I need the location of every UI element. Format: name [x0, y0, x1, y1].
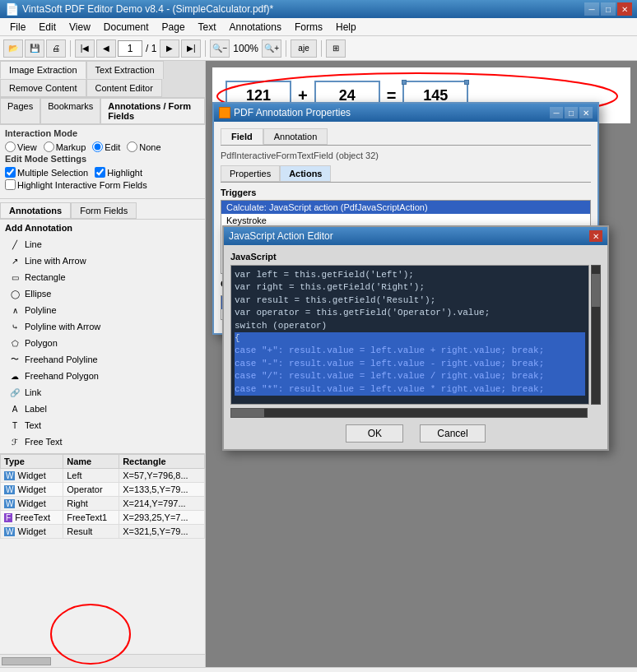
minimize-button[interactable]: ─	[584, 2, 599, 16]
inner-tab-actions[interactable]: Actions	[280, 165, 331, 182]
table-row[interactable]: W Widget Operator X=133,5,Y=79...	[1, 483, 205, 497]
ann-item-polyline[interactable]: ∧ Polyline	[5, 302, 200, 318]
toolbar-first-page-button[interactable]: |◀	[75, 39, 95, 58]
ann-item-rectangle[interactable]: ▭ Rectangle	[5, 269, 200, 285]
cell-rect: X=293,25,Y=7...	[119, 511, 205, 525]
table-row[interactable]: F FreeText FreeText1 X=293,25,Y=7...	[1, 511, 205, 525]
js-dialog-close-button[interactable]: ✕	[589, 230, 602, 242]
toolbar-zoom-in-button[interactable]: 🔍+	[262, 39, 281, 58]
scroll-thumb[interactable]	[2, 657, 51, 665]
ann-item-label[interactable]: A Label	[5, 401, 200, 417]
checkbox-highlight[interactable]: Highlight	[95, 167, 142, 178]
toolbar-print-button[interactable]: 🖨	[46, 39, 66, 58]
ann-props-minimize-button[interactable]: ─	[550, 107, 563, 118]
radio-view[interactable]: View	[5, 141, 37, 152]
interaction-mode-section: Interaction Mode View Markup Edit None E…	[0, 125, 205, 195]
menu-forms[interactable]: Forms	[288, 20, 329, 35]
titlebar-controls: ─ □ ✕	[584, 2, 632, 16]
ann-item-line-arrow[interactable]: ↗ Line with Arrow	[5, 253, 200, 269]
maximize-button[interactable]: □	[601, 2, 616, 16]
checkbox-multiple-selection[interactable]: Multiple Selection	[5, 167, 88, 178]
menu-file[interactable]: File	[3, 20, 32, 35]
page-total: / 1	[144, 43, 158, 54]
ann-item-free-text[interactable]: ℱ Free Text	[5, 433, 200, 450]
tab-image-extraction[interactable]: Image Extraction	[0, 61, 86, 79]
freehand-polyline-icon: 〜	[8, 353, 21, 366]
toolbar-text-button[interactable]: aje	[291, 39, 317, 58]
toolbar-prev-page-button[interactable]: ◀	[96, 39, 116, 58]
ann-item-polygon[interactable]: ⬠ Polygon	[5, 335, 200, 351]
menu-text[interactable]: Text	[192, 20, 223, 35]
dialog-tab-field[interactable]: Field	[221, 128, 263, 145]
js-cancel-button[interactable]: Cancel	[420, 424, 485, 443]
close-button[interactable]: ✕	[617, 2, 632, 16]
trigger-item-calculate[interactable]: Calculate: JavaScript action (PdfJavaScr…	[221, 201, 590, 214]
horizontal-scrollbar[interactable]	[0, 654, 205, 667]
highlight-form-fields-row: Highlight Interactive Form Fields	[5, 179, 200, 190]
tab-pages[interactable]: Pages	[0, 98, 40, 124]
js-dialog-buttons: OK Cancel	[230, 424, 601, 443]
handle-tl[interactable]	[402, 80, 407, 85]
js-ok-button[interactable]: OK	[346, 424, 403, 443]
toolbar-zoom-out-button[interactable]: 🔍−	[210, 39, 230, 58]
page-input[interactable]	[118, 40, 142, 57]
js-hscrollbar-thumb[interactable]	[231, 409, 264, 417]
js-action-editor-dialog: JavaScript Action Editor ✕ JavaScript va…	[222, 225, 609, 451]
line-arrow-icon: ↗	[8, 254, 21, 267]
inner-tab-properties[interactable]: Properties	[221, 165, 280, 182]
toolbar-extra-button[interactable]: ⊞	[326, 39, 346, 58]
line-icon: ╱	[8, 238, 21, 251]
menu-annotations[interactable]: Annotations	[223, 20, 288, 35]
tab-annotations-form-fields[interactable]: Annotations / Form Fields	[100, 98, 205, 124]
toolbar-save-button[interactable]: 💾	[25, 39, 44, 58]
rectangle-icon: ▭	[8, 271, 21, 284]
toolbar-next-page-button[interactable]: ▶	[160, 39, 179, 58]
tab-remove-content[interactable]: Remove Content	[0, 79, 86, 97]
js-horizontal-scrollbar[interactable]	[230, 408, 588, 418]
radio-none[interactable]: None	[127, 141, 160, 152]
js-editor[interactable]: var left = this.getField('Left'); var ri…	[230, 265, 589, 405]
ann-item-link[interactable]: 🔗 Link	[5, 384, 200, 401]
tab-content-editor[interactable]: Content Editor	[86, 79, 162, 97]
js-scrollbar-thumb[interactable]	[592, 274, 600, 307]
ann-item-freehand-polygon[interactable]: ☁ Freehand Polygon	[5, 368, 200, 384]
add-annotation-label: Add Annotation	[5, 223, 200, 233]
table-row[interactable]: W Widget Right X=214,Y=797...	[1, 497, 205, 511]
ann-item-freehand-polyline[interactable]: 〜 Freehand Polyline	[5, 351, 200, 368]
menu-view[interactable]: View	[63, 20, 97, 35]
js-dialog-titlebar: JavaScript Action Editor ✕	[224, 227, 607, 245]
checkbox-highlight-form-fields[interactable]: Highlight Interactive Form Fields	[5, 179, 147, 190]
js-editor-wrapper: var left = this.getField('Left'); var ri…	[230, 265, 601, 405]
table-row[interactable]: W Widget Left X=57,Y=796,8...	[1, 469, 205, 483]
handle-tr[interactable]	[464, 80, 469, 85]
toolbar-last-page-button[interactable]: ▶|	[181, 39, 201, 58]
tab-bookmarks[interactable]: Bookmarks	[40, 98, 100, 124]
js-vertical-scrollbar[interactable]	[591, 265, 601, 405]
menu-page[interactable]: Page	[156, 20, 192, 35]
ann-props-close-button[interactable]: ✕	[579, 107, 593, 118]
cell-rect: X=57,Y=796,8...	[119, 469, 205, 483]
pdf-icon	[219, 107, 230, 118]
tab-annotations[interactable]: Annotations	[0, 202, 71, 219]
ann-item-line[interactable]: ╱ Line	[5, 236, 200, 253]
widget-badge: W	[4, 485, 15, 494]
tab-text-extraction[interactable]: Text Extraction	[86, 61, 164, 79]
menu-edit[interactable]: Edit	[32, 20, 63, 35]
menu-help[interactable]: Help	[329, 20, 363, 35]
js-line-10: case "*": result.value = left.value * ri…	[235, 383, 585, 396]
toolbar-open-button[interactable]: 📂	[3, 39, 23, 58]
menu-document[interactable]: Document	[97, 20, 156, 35]
ann-item-ellipse[interactable]: ◯ Ellipse	[5, 285, 200, 302]
text-icon: T	[8, 419, 21, 432]
annotations-table: Type Name Rectangle W Widget Left X=57,Y…	[0, 453, 205, 654]
dialog-tab-annotation[interactable]: Annotation	[263, 128, 328, 145]
radio-markup[interactable]: Markup	[44, 141, 86, 152]
tab-form-fields[interactable]: Form Fields	[71, 202, 137, 219]
ann-item-text[interactable]: T Text	[5, 417, 200, 433]
ann-item-polyline-arrow[interactable]: ⤷ Polyline with Arrow	[5, 318, 200, 335]
dialog-subtitle: PdfInteractiveFormTextField (object 32)	[221, 151, 591, 160]
cell-name: Right	[63, 497, 119, 511]
table-row[interactable]: W Widget Result X=321,5,Y=79...	[1, 525, 205, 539]
radio-edit[interactable]: Edit	[92, 141, 120, 152]
ann-props-maximize-button[interactable]: □	[565, 107, 578, 118]
